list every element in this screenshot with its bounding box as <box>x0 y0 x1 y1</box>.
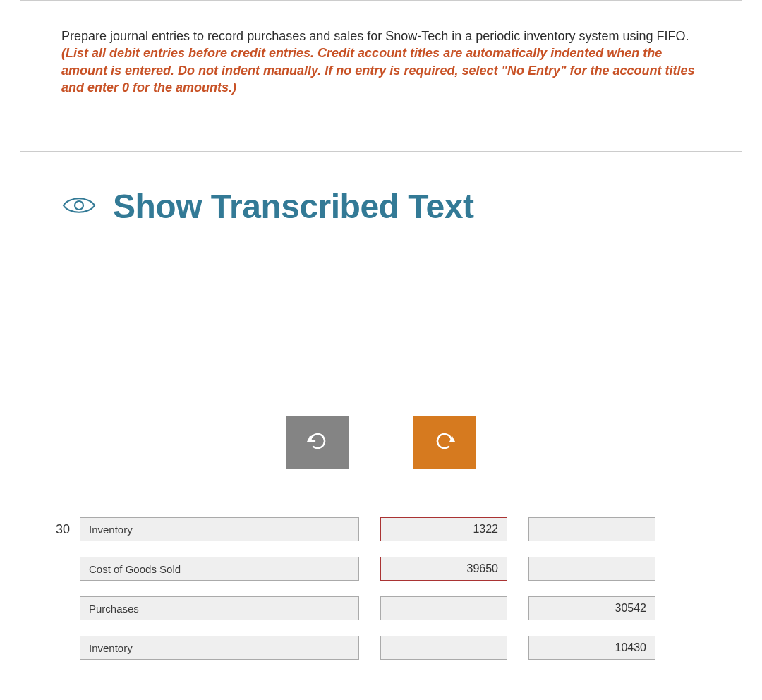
debit-field[interactable]: 39650 <box>380 557 507 581</box>
credit-field[interactable] <box>528 557 655 581</box>
account-field[interactable]: Inventory <box>80 517 359 541</box>
eye-icon <box>62 195 96 219</box>
account-field[interactable]: Inventory <box>80 636 359 660</box>
redo-icon <box>432 428 457 457</box>
credit-field[interactable]: 30542 <box>528 596 655 620</box>
show-transcribed-toggle[interactable]: Show Transcribed Text <box>62 187 762 226</box>
journal-row: Purchases 30542 <box>20 596 742 620</box>
credit-field[interactable]: 10430 <box>528 636 655 660</box>
journal-row: Cost of Goods Sold 39650 <box>20 557 742 581</box>
instruction-highlight: (List all debit entries before credit en… <box>61 46 695 95</box>
account-field[interactable]: Cost of Goods Sold <box>80 557 359 581</box>
journal-row: Inventory 10430 <box>20 636 742 660</box>
journal-entry-panel: 30 Inventory 1322 Cost of Goods Sold 396… <box>20 469 742 700</box>
redo-button[interactable] <box>413 416 476 469</box>
transcribed-heading-text: Show Transcribed Text <box>113 187 473 226</box>
debit-field[interactable] <box>380 596 507 620</box>
undo-icon <box>305 428 330 457</box>
day-label: 30 <box>56 522 80 537</box>
debit-field[interactable] <box>380 636 507 660</box>
account-field[interactable]: Purchases <box>80 596 359 620</box>
svg-point-0 <box>75 201 83 210</box>
instruction-panel: Prepare journal entries to record purcha… <box>20 0 742 152</box>
journal-row: 30 Inventory 1322 <box>20 517 742 541</box>
instruction-intro: Prepare journal entries to record purcha… <box>61 29 689 43</box>
credit-field[interactable] <box>528 517 655 541</box>
undo-button[interactable] <box>286 416 349 469</box>
debit-field[interactable]: 1322 <box>380 517 507 541</box>
controls-row <box>0 416 762 469</box>
